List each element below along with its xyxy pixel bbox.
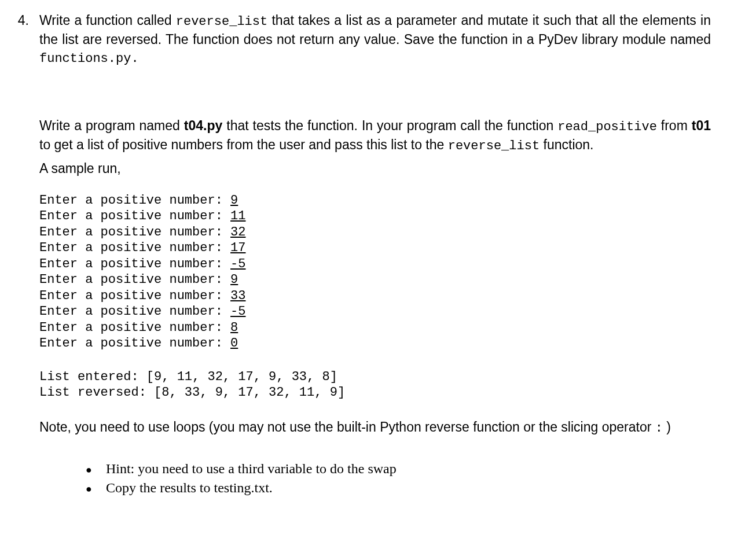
text: from	[657, 118, 692, 133]
code-read-positive: read_positive	[557, 120, 657, 134]
bold-t04: t04.py	[184, 118, 222, 133]
output-entered: List entered: [9, 11, 32, 17, 9, 33, 8]	[39, 369, 711, 385]
sample-input: 32	[230, 224, 245, 241]
sample-prompt: Enter a positive number:	[39, 193, 230, 209]
code-reverse-list-2: reverse_list	[448, 139, 540, 153]
paragraph-intro: Write a function called reverse_list tha…	[39, 12, 711, 67]
sample-prompt: Enter a positive number:	[39, 272, 230, 288]
sample-prompt: Enter a positive number:	[39, 320, 230, 336]
sample-line: Enter a positive number: 17	[39, 240, 711, 256]
sample-prompt: Enter a positive number:	[39, 240, 230, 256]
output-block: List entered: [9, 11, 32, 17, 9, 33, 8] …	[39, 369, 711, 401]
bullet-icon: ●	[86, 482, 92, 496]
sample-line: Enter a positive number: 9	[39, 272, 711, 288]
code-reverse-list: reverse_list	[176, 14, 267, 29]
sample-input: -5	[230, 256, 245, 272]
note-paragraph: Note, you need to use loops (you may not…	[39, 418, 711, 437]
code-colon: :	[655, 421, 663, 436]
sample-line: Enter a positive number: 11	[39, 208, 711, 224]
output-reversed: List reversed: [8, 33, 9, 17, 32, 11, 9]	[39, 385, 711, 401]
sample-input: 11	[230, 208, 245, 224]
question-body: Write a function called reverse_list tha…	[39, 12, 711, 498]
bullet-icon: ●	[86, 463, 92, 477]
sample-line: Enter a positive number: -5	[39, 256, 711, 272]
sample-prompt: Enter a positive number:	[39, 224, 230, 241]
hint-list: ● Hint: you need to use a third variable…	[39, 459, 711, 498]
text: Write a function called	[39, 13, 176, 28]
sample-prompt: Enter a positive number:	[39, 288, 230, 304]
sample-prompt: Enter a positive number:	[39, 208, 230, 224]
text: Note, you need to use loops (you may not…	[39, 419, 655, 434]
sample-input: 33	[230, 288, 245, 304]
sample-input: 9	[230, 272, 238, 288]
sample-line: Enter a positive number: -5	[39, 304, 711, 320]
sample-prompt: Enter a positive number:	[39, 336, 230, 352]
sample-input: 8	[230, 320, 238, 336]
code-functions-py: functions.py.	[39, 51, 139, 66]
text: Write a program named	[39, 118, 184, 133]
sample-line: Enter a positive number: 0	[39, 336, 711, 352]
question-number: 4.	[12, 12, 29, 498]
sample-input: -5	[230, 304, 245, 320]
sample-prompt: Enter a positive number:	[39, 304, 230, 320]
hint-text: Copy the results to testing.txt.	[106, 478, 273, 498]
sample-run-block: Enter a positive number: 9 Enter a posit…	[39, 193, 711, 352]
text: that tests the function. In your program…	[222, 118, 557, 133]
bold-t01: t01	[692, 118, 711, 133]
sample-line: Enter a positive number: 32	[39, 224, 711, 241]
hint-item: ● Copy the results to testing.txt.	[86, 478, 711, 498]
question-container: 4. Write a function called reverse_list …	[12, 12, 711, 498]
sample-input: 17	[230, 240, 245, 256]
sample-line: Enter a positive number: 8	[39, 320, 711, 336]
text: function.	[540, 137, 593, 152]
sample-input: 9	[230, 193, 238, 209]
sample-prompt: Enter a positive number:	[39, 256, 230, 272]
sample-input: 0	[230, 336, 238, 352]
paragraph-program: Write a program named t04.py that tests …	[39, 117, 711, 154]
sample-line: Enter a positive number: 33	[39, 288, 711, 304]
hint-text: Hint: you need to use a third variable t…	[106, 459, 397, 479]
sample-run-label: A sample run,	[39, 160, 711, 178]
text: )	[663, 419, 671, 434]
hint-item: ● Hint: you need to use a third variable…	[86, 459, 711, 479]
text: to get a list of positive numbers from t…	[39, 137, 448, 152]
sample-line: Enter a positive number: 9	[39, 193, 711, 209]
